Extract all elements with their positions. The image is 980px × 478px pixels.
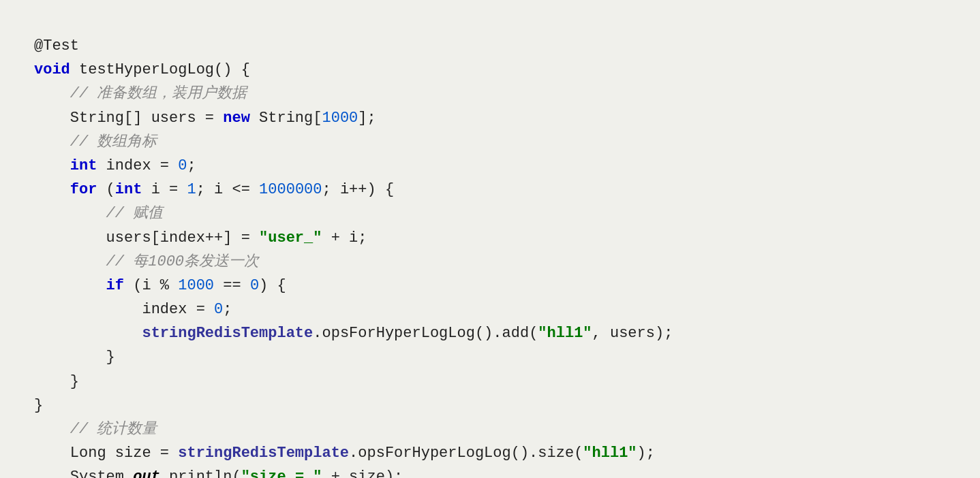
keyword-for: for [34, 178, 97, 202]
line-8: // 赋值 [34, 202, 946, 225]
keyword-void: void [34, 58, 70, 82]
number-1000000: 1000000 [259, 178, 322, 202]
keyword-int2: int [115, 178, 142, 202]
line-12: index = 0; [34, 298, 946, 321]
string-hll1: "hll1" [538, 321, 592, 345]
number-0b: 0 [250, 274, 259, 298]
code-text: } [34, 345, 115, 369]
code-text: String[ [250, 106, 322, 130]
method-string-redis-2: stringRedisTemplate [178, 441, 349, 465]
code-text: index = [97, 154, 178, 178]
method-out: out [133, 465, 160, 478]
code-text: + i; [322, 226, 367, 250]
comment-3: // 赋值 [34, 202, 163, 225]
code-text: users[index++] = [34, 226, 259, 250]
code-block: @Test void testHyperLogLog() { // 准备数组，装… [27, 20, 953, 478]
line-15: } [34, 370, 946, 394]
number-1: 1 [187, 178, 196, 202]
code-text: (i % [124, 274, 178, 298]
code-text: .opsForHyperLogLog().add( [313, 321, 538, 345]
code-text: ]; [358, 106, 376, 130]
line-19: System.out.println("size = " + size); [34, 465, 946, 478]
code-text: testHyperLogLog() { [70, 58, 250, 82]
keyword-new: new [223, 106, 250, 130]
line-9: users[index++] = "user_" + i; [34, 226, 946, 250]
string-hll1-2: "hll1" [583, 441, 637, 465]
line-5: // 数组角标 [34, 130, 946, 154]
line-17: // 统计数量 [34, 417, 946, 441]
code-text: ; i++) { [322, 178, 395, 202]
comment-1: // 准备数组，装用户数据 [34, 82, 247, 106]
line-16: } [34, 394, 946, 417]
line-3: // 准备数组，装用户数据 [34, 82, 946, 106]
line-14: } [34, 345, 946, 369]
code-text: ( [97, 178, 114, 202]
code-text: Long size = [34, 441, 178, 465]
code-text: .opsForHyperLogLog().size( [349, 441, 583, 465]
string-size: "size = " [241, 465, 322, 478]
number-1000b: 1000 [178, 274, 214, 298]
number-0: 0 [178, 154, 187, 178]
number-1000: 1000 [322, 106, 358, 130]
comment-2: // 数组角标 [34, 130, 157, 154]
line-13: stringRedisTemplate.opsForHyperLogLog().… [34, 321, 946, 345]
number-0c: 0 [214, 298, 223, 321]
code-text: == [214, 274, 250, 298]
code-text: } [34, 370, 79, 394]
code-text: System. [34, 465, 133, 478]
line-10: // 每1000条发送一次 [34, 250, 946, 274]
line-7: for (int i = 1; i <= 1000000; i++) { [34, 178, 946, 202]
string-user: "user_" [259, 226, 322, 250]
code-text: i = [142, 178, 187, 202]
code-text: String[] users = [34, 106, 223, 130]
annotation: @Test [34, 34, 79, 58]
keyword-int: int [34, 154, 97, 178]
code-text: , users); [592, 321, 673, 345]
code-text: ; [187, 154, 196, 178]
code-text: ; i <= [196, 178, 259, 202]
code-text: + size); [322, 465, 403, 478]
code-text: index = [34, 298, 214, 321]
comment-5: // 统计数量 [34, 417, 157, 441]
line-6: int index = 0; [34, 154, 946, 178]
line-11: if (i % 1000 == 0) { [34, 274, 946, 298]
line-1: @Test [34, 34, 946, 58]
line-18: Long size = stringRedisTemplate.opsForHy… [34, 441, 946, 465]
code-text: } [34, 394, 43, 417]
code-text: ) { [259, 274, 286, 298]
line-2: void testHyperLogLog() { [34, 58, 946, 82]
code-text: .println( [160, 465, 241, 478]
comment-4: // 每1000条发送一次 [34, 250, 259, 274]
keyword-if: if [34, 274, 124, 298]
code-text: ); [637, 441, 655, 465]
line-4: String[] users = new String[1000]; [34, 106, 946, 130]
code-text: ; [223, 298, 232, 321]
method-string-redis: stringRedisTemplate [34, 321, 313, 345]
